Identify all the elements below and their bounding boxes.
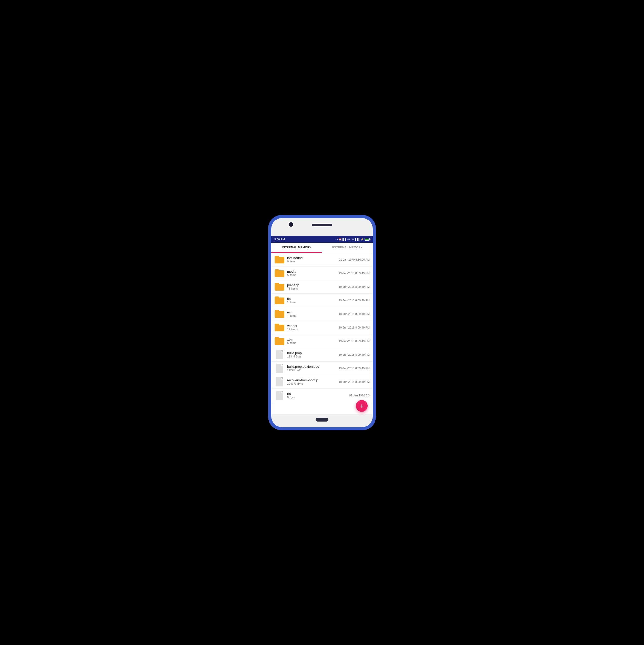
folder-icon: [275, 296, 284, 304]
list-item[interactable]: priv-app73 items19-Jun-2018 8:09:49 PM: [271, 280, 373, 294]
file-meta: 5 items: [287, 273, 337, 276]
status-time: 5:50 PM: [274, 238, 285, 241]
status-icons: ··· ⏰ ▌▌▌ 4G LTE ▌▌▌ ⚡: [336, 238, 370, 241]
list-item[interactable]: tts1 items19-Jun-2018 8:09:49 PM: [271, 294, 373, 307]
file-date: 19-Jun-2018 8:09:49 PM: [339, 326, 370, 329]
file-name: lost+found: [287, 256, 337, 260]
camera: [289, 222, 293, 227]
file-date: 19-Jun-2018 8:09:49 PM: [339, 285, 370, 288]
file-name: vendor: [287, 324, 337, 328]
file-date: 19-Jun-2018 8:09:49 PM: [339, 367, 370, 370]
file-date: 01-Jan-1970 5:3: [349, 394, 370, 397]
file-date: 19-Jun-2018 8:09:49 PM: [339, 272, 370, 275]
folder-icon: [275, 269, 284, 277]
battery-icon: [364, 238, 370, 241]
file-meta: 224773 Byte: [287, 382, 337, 385]
phone-device: 5:50 PM ··· ⏰ ▌▌▌ 4G LTE ▌▌▌ ⚡ INTER: [268, 215, 376, 430]
file-name: usr: [287, 310, 337, 314]
alarm-icon: ⏰: [338, 238, 341, 241]
tab-internal-memory[interactable]: INTERNAL MEMORY: [271, 243, 322, 253]
signal2-icon: ▌▌▌: [355, 238, 360, 241]
file-meta: 5 items: [287, 341, 337, 345]
network-4g-icon: 4G: [347, 238, 350, 241]
file-icon: [276, 350, 283, 359]
home-button[interactable]: [316, 418, 328, 422]
list-item[interactable]: vendor17 items19-Jun-2018 8:09:49 PM: [271, 321, 373, 335]
list-item[interactable]: lost+found0 item01-Jan-1970 5:30:00 AM: [271, 253, 373, 266]
file-date: 19-Jun-2018 8:09:49 PM: [339, 312, 370, 315]
folder-icon: [275, 337, 284, 345]
folder-icon: [275, 310, 284, 318]
file-name: recovery-from-boot.p: [287, 378, 337, 382]
file-meta: 11344 Byte: [287, 355, 337, 358]
file-meta: 73 items: [287, 287, 337, 290]
signal-icon: ▌▌▌: [342, 238, 347, 241]
file-name: xbin: [287, 338, 337, 341]
dots-icon: ···: [336, 238, 338, 241]
speaker: [312, 224, 332, 226]
file-date: 19-Jun-2018 8:09:49 PM: [339, 299, 370, 302]
file-name: build.prop.bakforspec: [287, 365, 337, 369]
file-date: 19-Jun-2018 8:09:49 PM: [339, 380, 370, 383]
file-name: tts: [287, 297, 337, 300]
phone-screen: 5:50 PM ··· ⏰ ▌▌▌ 4G LTE ▌▌▌ ⚡ INTER: [271, 218, 373, 427]
list-item[interactable]: build.prop11344 Byte19-Jun-2018 8:09:49 …: [271, 348, 373, 362]
file-meta: 1 items: [287, 300, 337, 304]
file-name: rfs: [287, 392, 348, 396]
fab-add-button[interactable]: +: [356, 400, 368, 412]
scroll-indicator: [375, 253, 376, 269]
list-item[interactable]: usr7 items19-Jun-2018 8:09:49 PM: [271, 307, 373, 321]
folder-icon: [275, 256, 284, 263]
file-list[interactable]: lost+found0 item01-Jan-1970 5:30:00 AMme…: [271, 253, 373, 414]
file-meta: 11240 Byte: [287, 369, 337, 372]
file-meta: 0 item: [287, 260, 337, 263]
list-item[interactable]: rfs0 Byte01-Jan-1970 5:3: [271, 389, 373, 402]
file-date: 19-Jun-2018 8:09:49 PM: [339, 340, 370, 343]
folder-icon: [275, 324, 284, 331]
file-date: 19-Jun-2018 8:09:49 PM: [339, 353, 370, 356]
list-item[interactable]: media5 items19-Jun-2018 8:09:49 PM: [271, 266, 373, 280]
network-lte-icon: LTE: [351, 238, 355, 241]
file-meta: 7 items: [287, 314, 337, 317]
folder-icon: [275, 283, 284, 290]
charging-icon: ⚡: [361, 238, 363, 241]
list-item[interactable]: xbin5 items19-Jun-2018 8:09:49 PM: [271, 335, 373, 348]
file-date: 01-Jan-1970 5:30:00 AM: [339, 258, 370, 261]
file-name: media: [287, 269, 337, 273]
file-name: build.prop: [287, 351, 337, 355]
file-meta: 0 Byte: [287, 396, 348, 399]
file-meta: 17 items: [287, 328, 337, 331]
app-screen: 5:50 PM ··· ⏰ ▌▌▌ 4G LTE ▌▌▌ ⚡ INTER: [271, 236, 373, 414]
file-icon: [276, 391, 283, 400]
tab-external-memory[interactable]: EXTERNAL MEMORY: [322, 243, 373, 253]
status-bar: 5:50 PM ··· ⏰ ▌▌▌ 4G LTE ▌▌▌ ⚡: [271, 236, 373, 243]
list-item[interactable]: recovery-from-boot.p224773 Byte19-Jun-20…: [271, 375, 373, 389]
file-name: priv-app: [287, 283, 337, 287]
file-icon: [276, 364, 283, 373]
tabs-container: INTERNAL MEMORY EXTERNAL MEMORY: [271, 243, 373, 253]
file-icon: [276, 377, 283, 387]
list-item[interactable]: build.prop.bakforspec11240 Byte19-Jun-20…: [271, 362, 373, 375]
